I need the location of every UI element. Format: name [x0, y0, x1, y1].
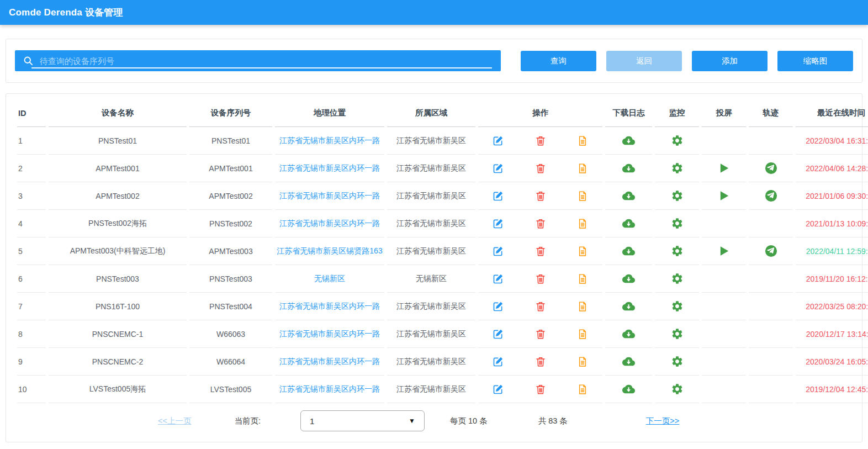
cloud-download-icon[interactable] — [622, 300, 635, 313]
file-icon[interactable] — [577, 329, 588, 340]
add-button[interactable]: 添加 — [692, 51, 768, 71]
gear-icon[interactable] — [671, 300, 684, 313]
gear-icon[interactable] — [671, 383, 684, 395]
trash-icon[interactable] — [535, 246, 546, 257]
file-icon[interactable] — [577, 135, 588, 146]
cloud-download-icon[interactable] — [622, 327, 635, 340]
location-link[interactable]: 江苏省无锡市新吴区内环一路 — [279, 191, 380, 200]
trash-icon[interactable] — [535, 356, 546, 367]
row-id: 8 — [17, 320, 46, 348]
location-link[interactable]: 江苏省无锡市新吴区内环一路 — [279, 384, 380, 393]
file-icon[interactable] — [577, 273, 588, 284]
device-serial: W66064 — [189, 348, 272, 376]
edit-icon[interactable] — [493, 135, 504, 146]
gear-icon[interactable] — [671, 272, 684, 285]
query-button[interactable]: 查询 — [521, 51, 596, 71]
edit-icon[interactable] — [493, 218, 504, 229]
edit-icon[interactable] — [493, 273, 504, 284]
last-online-time: 2021/01/13 10:09:28 — [806, 219, 868, 228]
search-box[interactable] — [15, 50, 501, 71]
location-link[interactable]: 江苏省无锡市新吴区内环一路 — [279, 163, 380, 172]
page-select[interactable]: 1 ▼ — [300, 410, 425, 431]
page-select-value: 1 — [310, 416, 314, 426]
gear-icon[interactable] — [671, 134, 684, 147]
trash-icon[interactable] — [535, 301, 546, 312]
row-actions — [478, 320, 602, 347]
location-link[interactable]: 江苏省无锡市新吴区内环一路 — [279, 357, 380, 366]
file-icon[interactable] — [577, 246, 588, 257]
send-icon[interactable] — [765, 189, 777, 202]
device-serial: PNSTest004 — [189, 293, 272, 320]
device-serial: PNSTest002 — [189, 210, 272, 237]
edit-icon[interactable] — [493, 301, 504, 312]
gear-icon[interactable] — [671, 355, 684, 368]
trash-icon[interactable] — [535, 218, 546, 229]
prev-page-link[interactable]: <<上一页 — [158, 416, 191, 426]
edit-icon[interactable] — [493, 329, 504, 340]
table-row: 2APMTest001APMTest001江苏省无锡市新吴区内环一路江苏省无锡市… — [17, 155, 868, 182]
trash-icon[interactable] — [535, 163, 546, 174]
cloud-download-icon[interactable] — [622, 245, 635, 257]
cloud-download-icon[interactable] — [622, 217, 635, 230]
gear-icon[interactable] — [671, 189, 684, 202]
cloud-download-icon[interactable] — [622, 134, 635, 147]
edit-icon[interactable] — [493, 246, 504, 257]
device-serial: PNSTest003 — [189, 265, 272, 293]
region-label: 江苏省无锡市新吴区 — [387, 210, 475, 237]
device-name: PNSCNEMC-1 — [49, 320, 187, 348]
last-online-time: 2022/04/06 14:28:48 — [806, 164, 868, 173]
cloud-download-icon[interactable] — [622, 162, 635, 175]
trash-icon[interactable] — [535, 191, 546, 202]
edit-icon[interactable] — [493, 191, 504, 202]
row-id: 5 — [17, 237, 46, 265]
region-label: 江苏省无锡市新吴区 — [387, 182, 475, 210]
cloud-download-icon[interactable] — [622, 355, 635, 368]
gear-icon[interactable] — [671, 162, 684, 175]
trash-icon[interactable] — [535, 273, 546, 284]
file-icon[interactable] — [577, 384, 588, 395]
send-icon[interactable] — [765, 162, 777, 175]
file-icon[interactable] — [577, 191, 588, 202]
location-link[interactable]: 无锡新区 — [314, 274, 345, 283]
search-input[interactable] — [39, 56, 495, 66]
row-id: 6 — [17, 265, 46, 293]
gear-icon[interactable] — [671, 327, 684, 340]
location-link[interactable]: 江苏省无锡市新吴区内环一路 — [279, 219, 380, 228]
cloud-download-icon[interactable] — [622, 272, 635, 285]
cloud-download-icon[interactable] — [622, 189, 635, 202]
table-row: 4PNSTest002海拓PNSTest002江苏省无锡市新吴区内环一路江苏省无… — [17, 210, 868, 237]
edit-icon[interactable] — [493, 356, 504, 367]
file-icon[interactable] — [577, 356, 588, 367]
thumbnail-button[interactable]: 缩略图 — [777, 51, 853, 71]
back-button[interactable]: 返回 — [606, 51, 682, 71]
send-icon[interactable] — [765, 245, 777, 257]
play-icon[interactable] — [718, 162, 731, 175]
row-actions — [478, 237, 602, 265]
row-actions — [478, 155, 602, 182]
location-link[interactable]: 江苏省无锡市新吴区内环一路 — [279, 136, 380, 145]
play-icon[interactable] — [718, 245, 731, 257]
table-row: 6PNSTest003PNSTest003无锡新区无锡新区2019/11/20 … — [17, 265, 868, 293]
gear-icon[interactable] — [671, 217, 684, 230]
last-online-time: 2022/03/25 08:20:37 — [806, 302, 868, 311]
edit-icon[interactable] — [493, 163, 504, 174]
trash-icon[interactable] — [535, 329, 546, 340]
row-actions — [478, 210, 602, 237]
region-label: 无锡新区 — [387, 265, 475, 293]
location-link[interactable]: 江苏省无锡市新吴区内环一路 — [279, 302, 380, 310]
gear-icon[interactable] — [671, 245, 684, 257]
file-icon[interactable] — [577, 163, 588, 174]
trash-icon[interactable] — [535, 135, 546, 146]
location-link[interactable]: 江苏省无锡市新吴区锡贤路163 — [277, 246, 382, 255]
edit-icon[interactable] — [493, 384, 504, 395]
file-icon[interactable] — [577, 301, 588, 312]
region-label: 江苏省无锡市新吴区 — [387, 155, 475, 182]
file-icon[interactable] — [577, 218, 588, 229]
play-icon[interactable] — [718, 189, 731, 202]
location-link[interactable]: 江苏省无锡市新吴区内环一路 — [279, 329, 380, 338]
device-table: ID 设备名称 设备序列号 地理位置 所属区域 操作 下载日志 监控 投屏 轨迹… — [14, 99, 868, 403]
next-page-link[interactable]: 下一页>> — [646, 416, 679, 426]
cloud-download-icon[interactable] — [622, 383, 635, 395]
row-id: 7 — [17, 293, 46, 320]
trash-icon[interactable] — [535, 384, 546, 395]
